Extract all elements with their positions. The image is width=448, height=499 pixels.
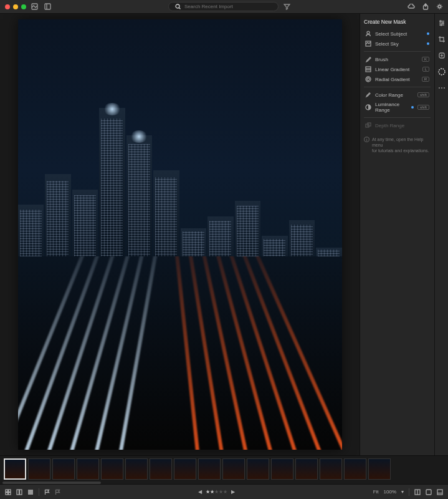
next-icon[interactable]: ▶ [231,489,235,495]
cloud-icon[interactable] [407,4,415,10]
chevron-down-icon[interactable]: ▾ [401,489,404,495]
search-input[interactable] [184,4,272,9]
mask-tool-linear-gradient[interactable]: Linear GradientL [364,64,431,74]
filmstrip-thumb[interactable] [125,458,148,480]
mask-panel: Create New Mask Select SubjectSelect Sky… [360,14,434,455]
mask-tool-label: Select Subject [375,31,423,37]
compare-view-icon[interactable] [16,489,22,495]
svg-line-4 [179,7,180,9]
filmstrip-thumb[interactable] [320,458,342,480]
filmstrip-toggle-icon[interactable] [437,489,443,495]
mask-tool-label: Linear Gradient [375,67,419,72]
panel-toggle-icon[interactable] [44,3,51,10]
svg-point-29 [439,69,445,75]
filmstrip-thumb[interactable] [150,458,172,480]
svg-rect-42 [426,490,431,495]
mask-tool-radial-gradient[interactable]: Radial GradientR [364,74,431,84]
detail-view-icon[interactable] [27,489,34,495]
maximize-window-button[interactable] [21,4,26,9]
mask-tool-person[interactable]: Select Subject [364,29,431,39]
share-icon[interactable] [422,3,429,10]
mask-tool-label: Radial Gradient [375,77,418,82]
zoom-label[interactable]: 100% [384,489,396,495]
mask-tool-brush[interactable]: BrushK [364,54,431,64]
filmstrip-thumb[interactable] [77,458,99,480]
filmstrip-thumb[interactable] [28,458,50,480]
close-window-button[interactable] [5,4,10,9]
filmstrip-thumb[interactable] [368,458,391,480]
divider [39,488,39,496]
mask-tool-label: Select Sky [375,41,423,47]
filmstrip-thumb[interactable] [271,458,293,480]
flag-pick-icon[interactable] [44,489,50,495]
shortcut-badge: shift [417,105,429,110]
filmstrip-thumb[interactable] [198,458,221,480]
svg-point-30 [439,87,440,89]
grid-view-icon[interactable] [5,489,11,495]
svg-rect-38 [20,490,22,495]
photos-view-icon[interactable] [31,3,38,10]
shortcut-badge: L [422,67,429,72]
sky-icon [365,41,371,47]
prev-icon[interactable]: ◀ [198,489,202,495]
info-toggle-icon[interactable] [426,489,432,495]
svg-rect-39 [28,490,33,495]
right-toolstrip [434,14,448,455]
star-rating[interactable]: ★★★★★ [206,489,227,495]
svg-rect-36 [9,492,11,495]
window-controls [5,4,26,9]
linear-gradient-icon [365,66,371,72]
original-toggle-icon[interactable] [414,489,421,495]
depth-icon [365,122,371,128]
new-dot-icon [427,32,429,35]
filmstrip-thumb[interactable] [222,458,245,480]
filmstrip[interactable] [0,455,448,482]
filmstrip-thumb[interactable] [247,458,269,480]
mask-panel-title: Create New Mask [364,19,431,25]
mask-tool-depth: Depth Range [364,120,431,130]
fit-label[interactable]: Fit [373,489,379,495]
mask-tool-eyedropper[interactable]: Color Rangeshift [364,90,431,100]
info-icon [364,137,369,153]
filmstrip-thumb[interactable] [52,458,75,480]
svg-rect-1 [45,4,50,9]
mask-tool-luminance[interactable]: Luminance Rangeshift [364,100,431,115]
more-icon[interactable] [437,84,446,92]
hint-line: for tutorials and explanations. [372,148,431,153]
heal-icon[interactable] [437,51,446,60]
filmstrip-thumb[interactable] [4,458,26,480]
hint-line: At any time, open the Help menu [372,137,431,148]
search-icon [175,4,181,9]
minimize-window-button[interactable] [13,4,18,9]
photo-preview [18,19,342,450]
svg-point-7 [367,31,369,34]
radial-gradient-icon [365,76,371,82]
mask-tool-label: Color Range [375,92,414,98]
svg-point-12 [366,77,371,82]
eyedropper-icon [365,92,371,98]
svg-point-32 [444,87,445,89]
svg-rect-35 [6,492,8,495]
divider [409,488,409,496]
svg-rect-37 [17,490,19,495]
search-box[interactable] [168,2,279,11]
mask-icon[interactable] [437,67,446,76]
mask-tool-sky[interactable]: Select Sky [364,39,431,49]
gear-icon[interactable] [436,3,443,10]
edit-icon[interactable] [437,19,446,27]
svg-point-19 [366,138,367,138]
funnel-icon[interactable] [284,3,290,10]
canvas-area[interactable] [0,14,360,455]
bottombar: ◀ ★★★★★ ▶ Fit 100% ▾ [0,484,448,499]
filmstrip-thumb[interactable] [174,458,196,480]
filmstrip-thumb[interactable] [295,458,318,480]
shortcut-badge: R [422,77,429,82]
new-dot-icon [411,106,414,109]
filmstrip-thumb[interactable] [344,458,366,480]
svg-point-13 [367,78,369,80]
flag-reject-icon[interactable] [55,489,60,495]
shortcut-badge: shift [417,92,429,97]
star-icon[interactable]: ★ [223,489,227,495]
filmstrip-thumb[interactable] [101,458,123,480]
crop-icon[interactable] [437,35,446,44]
